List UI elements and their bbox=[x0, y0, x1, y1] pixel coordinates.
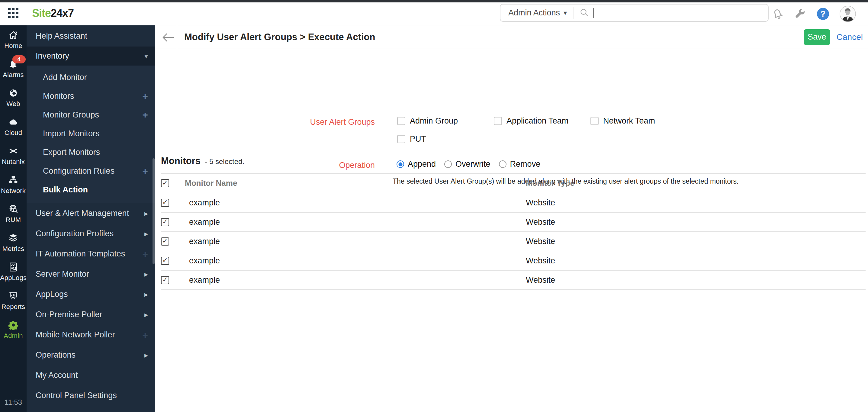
sidebar-item-mobile-network-poller[interactable]: Mobile Network Poller + bbox=[27, 325, 155, 345]
inventory-submenu: Add Monitor Monitors + Monitor Groups + … bbox=[27, 66, 155, 203]
radio-remove[interactable] bbox=[499, 160, 506, 168]
table-row: ✓ example Website bbox=[161, 213, 866, 232]
group-option-network-team[interactable]: ✓ Network Team bbox=[590, 116, 655, 126]
rail-item-network[interactable]: Network bbox=[0, 170, 27, 199]
alarm-count-badge: 4 bbox=[12, 55, 26, 63]
global-search-input[interactable] bbox=[596, 7, 768, 19]
sidebar-item-user-alert-management[interactable]: User & Alert Management ▸ bbox=[27, 203, 155, 224]
monitor-name-cell: example bbox=[185, 256, 526, 265]
sidebar-item-it-automation-templates[interactable]: IT Automation Templates + bbox=[27, 244, 155, 264]
tools-wrench-icon[interactable] bbox=[794, 8, 806, 20]
rail-label: Metrics bbox=[2, 245, 24, 253]
sidebar-item-import-monitors[interactable]: Import Monitors bbox=[27, 124, 155, 143]
row-checkbox[interactable]: ✓ bbox=[161, 276, 169, 284]
row-checkbox[interactable]: ✓ bbox=[161, 218, 169, 226]
plus-icon[interactable]: + bbox=[142, 249, 148, 259]
rail-item-nutanix[interactable]: Nutanix bbox=[0, 141, 27, 170]
plus-icon[interactable]: + bbox=[142, 330, 148, 340]
bulk-action-form: User Alert Groups ✓ Admin Group ✓ Applic… bbox=[155, 49, 868, 411]
sidebar-item-export-monitors[interactable]: Export Monitors bbox=[27, 143, 155, 162]
group-option-label: Network Team bbox=[603, 116, 655, 126]
sidebar-scrollbar-thumb[interactable] bbox=[153, 158, 155, 264]
check-icon: ✓ bbox=[162, 218, 167, 225]
plus-icon[interactable]: + bbox=[142, 166, 148, 176]
row-checkbox[interactable]: ✓ bbox=[161, 237, 169, 246]
text-cursor bbox=[593, 8, 594, 18]
plus-icon[interactable]: + bbox=[142, 91, 148, 101]
rail-label: Home bbox=[4, 42, 22, 50]
cloud-icon bbox=[8, 117, 19, 127]
sidebar-item-my-account[interactable]: My Account bbox=[27, 365, 155, 385]
group-option-application-team[interactable]: ✓ Application Team bbox=[494, 116, 590, 126]
nutanix-x-icon bbox=[8, 146, 19, 156]
sidebar-item-label: Server Monitor bbox=[36, 270, 144, 279]
reports-board-icon bbox=[8, 291, 19, 301]
sidebar-item-label: User & Alert Management bbox=[36, 209, 144, 218]
checkbox-put[interactable]: ✓ bbox=[397, 135, 405, 143]
user-avatar[interactable] bbox=[840, 6, 856, 22]
sidebar-item-server-monitor[interactable]: Server Monitor ▸ bbox=[27, 264, 155, 284]
rail-item-admin[interactable]: Admin bbox=[0, 315, 27, 344]
sidebar-item-label: Monitors bbox=[43, 92, 142, 101]
operation-option-label: Append bbox=[408, 159, 436, 169]
operation-option-remove[interactable]: Remove bbox=[499, 159, 540, 169]
cancel-button[interactable]: Cancel bbox=[837, 32, 863, 42]
web-globe-icon bbox=[8, 88, 19, 98]
rail-item-home[interactable]: Home bbox=[0, 25, 27, 54]
sidebar-item-configuration-profiles[interactable]: Configuration Profiles ▸ bbox=[27, 224, 155, 244]
sidebar-item-subscriptions[interactable]: Subscriptions bbox=[27, 406, 155, 412]
rail-item-applogs[interactable]: AppLogs bbox=[0, 257, 27, 286]
sidebar-item-label: Bulk Action bbox=[43, 185, 148, 194]
chevron-right-icon: ▸ bbox=[144, 351, 148, 359]
checkbox-admin-group[interactable]: ✓ bbox=[397, 117, 405, 125]
site24x7-logo[interactable]: Site24x7 bbox=[32, 7, 74, 20]
group-option-put[interactable]: ✓ PUT bbox=[397, 134, 426, 144]
sidebar-item-monitors[interactable]: Monitors + bbox=[27, 87, 155, 105]
radio-overwrite[interactable] bbox=[444, 160, 452, 168]
search-divider bbox=[574, 7, 574, 19]
rail-item-web[interactable]: Web bbox=[0, 83, 27, 113]
sidebar-item-monitor-groups[interactable]: Monitor Groups + bbox=[27, 105, 155, 124]
monitor-type-cell: Website bbox=[526, 198, 555, 208]
rail-item-metrics[interactable]: Metrics bbox=[0, 228, 27, 257]
rail-item-rum[interactable]: RUM bbox=[0, 199, 27, 228]
sidebar-item-add-monitor[interactable]: Add Monitor bbox=[27, 68, 155, 87]
rail-item-cloud[interactable]: Cloud bbox=[0, 113, 27, 141]
logo-text-green: Site bbox=[32, 7, 51, 19]
app-grid-icon[interactable] bbox=[8, 8, 19, 18]
row-checkbox[interactable]: ✓ bbox=[161, 199, 169, 207]
group-option-admin-group[interactable]: ✓ Admin Group bbox=[397, 116, 494, 126]
rail-item-reports[interactable]: Reports bbox=[0, 286, 27, 315]
operation-option-overwrite[interactable]: Overwrite bbox=[444, 159, 491, 169]
sidebar-item-help-assistant[interactable]: Help Assistant bbox=[27, 25, 155, 46]
sidebar-item-on-premise-poller[interactable]: On-Premise Poller ▸ bbox=[27, 305, 155, 325]
monitor-type-cell: Website bbox=[526, 256, 555, 265]
sidebar-item-bulk-action[interactable]: Bulk Action bbox=[27, 180, 155, 199]
network-topology-icon bbox=[8, 175, 19, 185]
sidebar-item-label: Export Monitors bbox=[43, 148, 148, 157]
row-checkbox[interactable]: ✓ bbox=[161, 257, 169, 265]
header-checkbox-cell: ✓ bbox=[161, 179, 185, 187]
sidebar-item-inventory[interactable]: Inventory ▾ bbox=[27, 46, 155, 66]
select-all-checkbox[interactable]: ✓ bbox=[161, 179, 169, 187]
sidebar-item-configuration-rules[interactable]: Configuration Rules + bbox=[27, 162, 155, 180]
operation-option-label: Remove bbox=[510, 159, 540, 169]
rail-item-alarms[interactable]: 4 Alarms bbox=[0, 54, 27, 83]
back-arrow-button[interactable] bbox=[161, 31, 175, 43]
column-header-monitor-name: Monitor Name bbox=[185, 179, 526, 188]
sidebar-item-applogs[interactable]: AppLogs ▸ bbox=[27, 284, 155, 305]
sidebar-item-operations[interactable]: Operations ▸ bbox=[27, 345, 155, 365]
checkbox-application-team[interactable]: ✓ bbox=[494, 117, 502, 125]
monitors-section-heading: Monitors - 5 selected. bbox=[161, 156, 244, 166]
sidebar-item-label: Import Monitors bbox=[43, 129, 148, 138]
checkbox-network-team[interactable]: ✓ bbox=[590, 117, 598, 125]
notifications-bell-icon[interactable] bbox=[772, 8, 784, 20]
admin-actions-dropdown[interactable]: Admin Actions ▾ bbox=[500, 8, 567, 18]
monitors-selection-count: - 5 selected. bbox=[205, 157, 244, 165]
radio-append[interactable] bbox=[397, 160, 404, 168]
sidebar-item-control-panel-settings[interactable]: Control Panel Settings bbox=[27, 385, 155, 406]
operation-option-append[interactable]: Append bbox=[397, 159, 436, 169]
save-button[interactable]: Save bbox=[804, 29, 830, 45]
plus-icon[interactable]: + bbox=[142, 110, 148, 120]
help-icon[interactable]: ? bbox=[817, 8, 829, 20]
